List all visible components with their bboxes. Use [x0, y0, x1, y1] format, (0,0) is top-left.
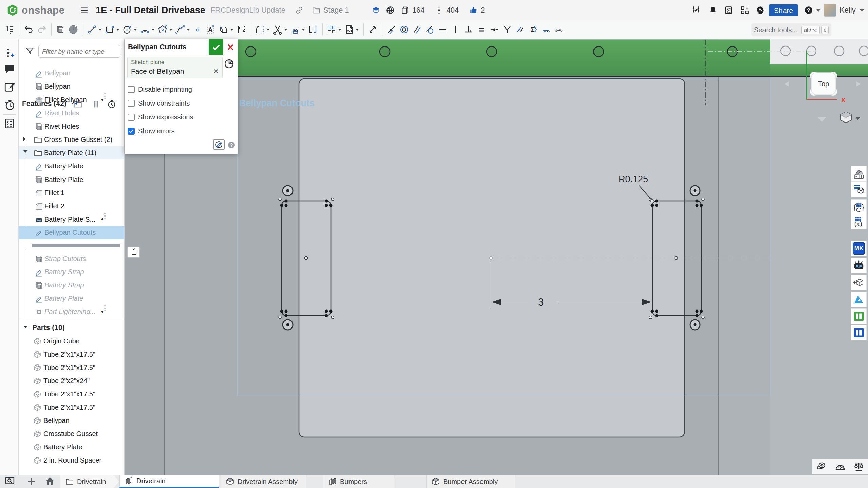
equal-tool[interactable]	[475, 23, 488, 36]
view-cube-face-label[interactable]: Top	[818, 80, 829, 88]
search-tools-button[interactable]: Search tools... alt/⌥ c	[751, 23, 831, 36]
perpendicular-tool[interactable]	[463, 23, 475, 36]
mass-properties-icon[interactable]	[853, 461, 864, 472]
part-row[interactable]: Battery Plate	[19, 440, 125, 454]
sketch-plane-field[interactable]: Sketch plane Face of Bellypan ✕	[127, 57, 223, 78]
feature-tree-tool[interactable]	[4, 23, 16, 36]
azure-app-button[interactable]	[851, 292, 867, 307]
dxf-import-dropdown-icon[interactable]	[356, 29, 359, 31]
sketch-entity-list-toggle[interactable]	[127, 247, 140, 258]
trim-dropdown-icon[interactable]	[284, 29, 287, 31]
checkbox-disable-imprinting[interactable]: Disable imprinting	[128, 84, 192, 94]
part-row[interactable]: Crosstube Gusset	[19, 427, 125, 440]
workspace-name[interactable]: Stage 1	[323, 6, 349, 15]
dialog-help-icon[interactable]: ?	[227, 141, 235, 149]
extrude-solid-tool[interactable]	[54, 23, 67, 36]
coincident-tool[interactable]	[385, 23, 397, 36]
feature-row[interactable]: Cross Tube Gusset (2)	[19, 133, 125, 146]
pierce-tool[interactable]	[540, 23, 552, 36]
user-avatar[interactable]	[824, 4, 836, 17]
parts-collapse-chevron-icon[interactable]	[23, 326, 27, 328]
bom-list-icon[interactable]	[4, 118, 15, 129]
horizontal-tool[interactable]	[437, 23, 449, 36]
feature-row[interactable]: Bellypan	[19, 67, 125, 80]
variable-table-button[interactable]: (x)	[851, 214, 867, 229]
checkbox-icon[interactable]	[128, 128, 135, 135]
tab-bumpers[interactable]: Bumpers	[323, 475, 394, 488]
feature-suppress-dots-icon[interactable]: ⋮•	[101, 306, 109, 313]
comments-icon[interactable]	[4, 63, 15, 75]
slot-tool[interactable]	[218, 23, 234, 36]
symmetric-tool[interactable]	[501, 23, 513, 36]
feature-suppress-dots-icon[interactable]: ⋮•	[101, 95, 109, 101]
export-app-button[interactable]	[851, 275, 867, 290]
paste-sketch-tool[interactable]	[289, 23, 306, 36]
notifications-bell-icon[interactable]	[708, 5, 718, 15]
dimension-r0125-label[interactable]: R0.125	[619, 174, 648, 184]
transform-tool[interactable]	[366, 23, 379, 36]
feature-row[interactable]: Rivet Holes	[19, 120, 125, 133]
checkbox-icon[interactable]	[128, 100, 135, 107]
dimension-3-label[interactable]: 3	[538, 296, 544, 308]
normal-constraint-tool[interactable]	[514, 23, 526, 36]
protractor-icon[interactable]	[835, 461, 846, 472]
blue-library-button[interactable]	[851, 325, 867, 340]
spline-dropdown-icon[interactable]	[187, 29, 190, 31]
feature-row[interactable]: Battery Strap	[19, 265, 125, 279]
feature-row[interactable]: Bellypan Cutouts	[19, 226, 125, 239]
feature-row[interactable]: Fillet Bellypan⋮•	[19, 93, 125, 107]
tape-measure-icon[interactable]	[816, 461, 827, 472]
link-icon[interactable]	[294, 5, 304, 15]
rollback-bar[interactable]	[32, 244, 120, 247]
feature-row[interactable]: Battery Plate	[19, 292, 125, 305]
feature-suppress-dots-icon[interactable]: ⋮•	[101, 214, 109, 221]
checkbox-icon[interactable]	[128, 86, 135, 93]
feature-row[interactable]: Battery Strap	[19, 279, 125, 292]
public-globe-icon[interactable]	[385, 5, 395, 15]
apps-grid-icon[interactable]	[740, 5, 750, 15]
release-notes-icon[interactable]	[4, 81, 15, 93]
rectangle-tool[interactable]	[103, 23, 120, 36]
feature-row[interactable]: Fillet 2	[19, 200, 125, 213]
polygon-tool[interactable]	[156, 23, 173, 36]
checkbox-icon[interactable]	[128, 114, 135, 121]
part-row[interactable]: Tube 2"x1"x17.5"	[19, 401, 125, 414]
expand-chevron-icon[interactable]	[23, 137, 26, 141]
vertical-tool[interactable]	[450, 23, 462, 36]
part-row[interactable]: Origin Cube	[19, 335, 125, 348]
history-branch-icon[interactable]	[434, 5, 444, 15]
left-rect-center-point[interactable]	[305, 257, 308, 260]
midpoint-tool[interactable]	[488, 23, 501, 36]
history-stopwatch-icon[interactable]	[4, 99, 15, 111]
mirror-tool[interactable]	[307, 23, 319, 36]
parallel-tool[interactable]	[411, 23, 423, 36]
part-row[interactable]: Tube 2"x2"x24"	[19, 374, 125, 388]
help-icon[interactable]: ?	[804, 5, 814, 15]
part-row[interactable]: Tube 2"x1"x17.5"	[19, 388, 125, 401]
ai-assistant-icon[interactable]	[755, 5, 766, 15]
configuration-inputs-button[interactable]: {}	[851, 199, 867, 215]
arc-dropdown-icon[interactable]	[151, 29, 155, 31]
pattern-dropdown-icon[interactable]	[338, 29, 341, 31]
feature-row[interactable]: Bellypan	[19, 80, 125, 93]
offset-tool[interactable]	[235, 23, 247, 36]
user-name[interactable]: Kelly	[839, 6, 856, 15]
new-tab-button[interactable]	[26, 476, 38, 487]
circle-tool[interactable]	[121, 23, 138, 36]
configuration-table-button[interactable]	[851, 182, 867, 197]
circle-dropdown-icon[interactable]	[134, 29, 137, 31]
share-button[interactable]: Share	[769, 4, 798, 16]
user-menu-caret-icon[interactable]	[860, 9, 864, 12]
part-row[interactable]: Tube 2"x1"x17.5"	[19, 361, 125, 374]
home-button[interactable]	[45, 476, 56, 487]
paste-sketch-dropdown-icon[interactable]	[302, 29, 305, 31]
view-cube[interactable]: Top	[810, 72, 837, 96]
tab-bumper-assembly[interactable]: Bumper Assembly	[426, 475, 515, 488]
like-icon[interactable]	[468, 5, 478, 15]
search-tabs-icon[interactable]	[5, 476, 16, 487]
show-sketch-only-button[interactable]	[213, 139, 225, 150]
undo-tool[interactable]	[23, 23, 35, 36]
scale-sigma-tool[interactable]: Σ	[527, 23, 539, 36]
feature-row[interactable]: Strap Cutouts	[19, 252, 125, 265]
tasks-icon[interactable]	[723, 5, 734, 15]
